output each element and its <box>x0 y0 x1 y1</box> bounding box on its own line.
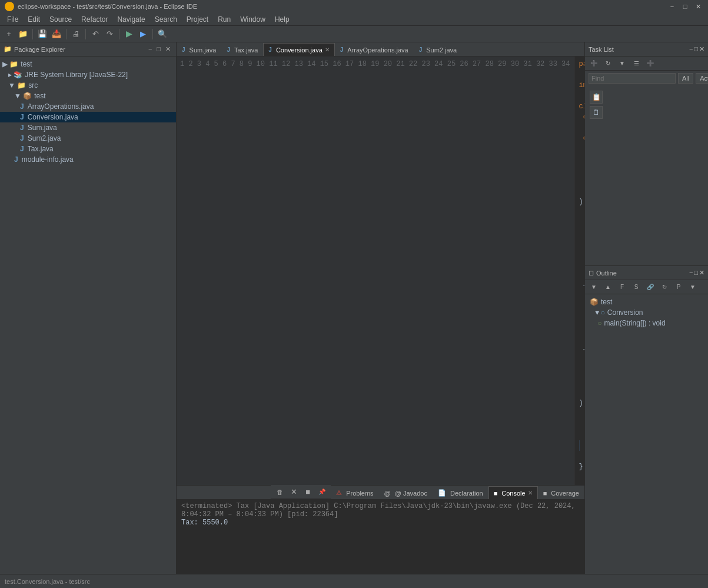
tl-new-task[interactable]: ➕ <box>587 57 600 70</box>
ol-sort[interactable]: ▲ <box>601 281 614 294</box>
tree-item-Sum-java[interactable]: JSum.java <box>0 122 176 133</box>
outline-item-main-String------void[interactable]: ○main(String[]) : void <box>587 318 706 328</box>
tree-item-label: JRE System Library [JavaSE-22] <box>25 71 128 79</box>
bottom-tab-Problems[interactable]: ⚠Problems <box>331 486 378 499</box>
editor-tab-ArrayOperations-java[interactable]: JArrayOperations.java <box>335 43 414 56</box>
toolbar-sep-4 <box>119 29 119 39</box>
java-file-icon: J <box>14 155 19 164</box>
bottom-tab-label: Declaration <box>450 490 483 497</box>
task-list-toolbar: ➕ ↻ ▼ ☰ ➕ <box>585 57 708 71</box>
tree-item-test[interactable]: ▼ 📦test <box>0 91 176 101</box>
run-button[interactable]: ▶ <box>122 28 135 41</box>
package-explorer-header: 📁 Package Explorer − □ ✕ <box>0 42 176 57</box>
outline-item-icon: ○ <box>597 319 601 327</box>
project-icon: ▶ 📁 <box>2 60 18 68</box>
app-icon <box>5 2 14 11</box>
outline-item-test[interactable]: 📦test <box>587 297 706 307</box>
menu-window[interactable]: Window <box>235 14 270 25</box>
bottom-tab-label: Coverage <box>551 490 579 497</box>
search-toolbar-button[interactable]: 🔍 <box>156 28 169 41</box>
bottom-tab-label: Console <box>501 490 525 497</box>
ol-sync[interactable]: ↻ <box>658 281 671 294</box>
tree-item-src[interactable]: ▼ 📁src <box>0 80 176 91</box>
editor-tabs: JSum.javaJTax.javaJConversion.java✕JArra… <box>177 42 584 57</box>
tree-item-ArrayOperations-java[interactable]: JArrayOperations.java <box>0 101 176 112</box>
tree-item-JRE-System-Library--JavaSE-22-[interactable]: ▸ 📚JRE System Library [JavaSE-22] <box>0 69 176 80</box>
close-console-tab-button[interactable]: ✕ <box>528 490 533 496</box>
editor-tab-Conversion-java[interactable]: JConversion.java✕ <box>263 43 334 56</box>
ol-link[interactable]: 🔗 <box>644 281 657 294</box>
tree-item-module-info-java[interactable]: Jmodule-info.java <box>0 154 176 165</box>
tree-item-label: module-info.java <box>22 155 74 164</box>
bottom-tab-Declaration[interactable]: 📄Declaration <box>433 486 488 499</box>
minimize-button[interactable]: − <box>667 1 677 12</box>
tl-filter[interactable]: ▼ <box>616 57 629 70</box>
maximize-button[interactable]: □ <box>680 1 690 12</box>
menu-navigate[interactable]: Navigate <box>112 14 149 25</box>
tl-refresh[interactable]: ↻ <box>601 57 614 70</box>
outline-item-label: main(String[]) : void <box>604 319 666 327</box>
ol-filter-static[interactable]: S <box>630 281 643 294</box>
pe-minimize-button[interactable]: − <box>147 45 154 54</box>
javadoc-icon: @ <box>384 490 391 497</box>
debug-button[interactable]: ▶ <box>137 28 149 41</box>
tl-maximize[interactable]: □ <box>694 45 698 53</box>
menu-edit[interactable]: Edit <box>23 14 45 25</box>
tl-minimize[interactable]: − <box>689 45 693 53</box>
new-button[interactable]: + <box>2 28 15 41</box>
find-all-button[interactable]: All <box>678 73 693 84</box>
outline-item-Conversion[interactable]: ▼ ○Conversion <box>587 307 706 318</box>
menu-project[interactable]: Project <box>182 14 213 25</box>
declaration-icon: 📄 <box>438 489 446 497</box>
pe-close-button[interactable]: ✕ <box>164 45 172 54</box>
task-icon-2[interactable]: 🗒 <box>590 106 603 119</box>
outline-toolbar: ▼ ▲ F S 🔗 ↻ P ▼ <box>585 280 708 294</box>
package-explorer-tree: ▶ 📁test ▸ 📚JRE System Library [JavaSE-22… <box>0 57 176 574</box>
close-console-button[interactable]: ✕ <box>287 486 300 499</box>
pin-console-button[interactable]: 📌 <box>315 486 328 499</box>
activate-button[interactable]: Activate... <box>696 73 708 84</box>
menu-search[interactable]: Search <box>150 14 182 25</box>
find-input[interactable] <box>589 73 676 84</box>
ol-minimize[interactable]: − <box>689 269 693 277</box>
toolbar-sep-1 <box>32 29 33 39</box>
main-area: 📁 Package Explorer − □ ✕ ▶ 📁test ▸ 📚JRE … <box>0 42 708 574</box>
editor-tab-Sum2-java[interactable]: JSum2.java <box>414 43 463 56</box>
ol-collapse-all[interactable]: ▼ <box>587 281 600 294</box>
ol-hide-non-public[interactable]: P <box>672 281 685 294</box>
tl-close[interactable]: ✕ <box>699 45 704 53</box>
task-icon-1[interactable]: 📋 <box>590 91 603 104</box>
tree-item-Tax-java[interactable]: JTax.java <box>0 144 176 154</box>
menu-run[interactable]: Run <box>213 14 235 25</box>
editor-tab-Sum-java[interactable]: JSum.java <box>177 43 221 56</box>
save-button[interactable]: 💾 <box>36 28 49 41</box>
ol-filter-fields[interactable]: F <box>616 281 629 294</box>
open-button[interactable]: 📁 <box>16 28 29 41</box>
code-editor[interactable]: package test; import java.util.Scanner; … <box>574 57 584 485</box>
menu-source[interactable]: Source <box>45 14 77 25</box>
tree-item-Conversion-java[interactable]: JConversion.java <box>0 112 176 122</box>
tl-columns[interactable]: ☰ <box>630 57 643 70</box>
tree-item-Sum2-java[interactable]: JSum2.java <box>0 133 176 144</box>
editor-tab-Tax-java[interactable]: JTax.java <box>221 43 263 56</box>
bottom-tab---Javadoc[interactable]: @@ Javadoc <box>379 486 433 499</box>
ol-maximize[interactable]: □ <box>694 269 698 277</box>
close-tab-button[interactable]: ✕ <box>325 46 330 53</box>
undo-button[interactable]: ↶ <box>89 28 102 41</box>
save-all-button[interactable]: 📥 <box>50 28 63 41</box>
pe-maximize-button[interactable]: □ <box>155 45 162 54</box>
print-button[interactable]: 🖨 <box>69 28 82 41</box>
console-stop-button[interactable]: ■ <box>301 486 314 499</box>
tl-collapse[interactable]: ➕ <box>644 57 657 70</box>
close-button[interactable]: ✕ <box>693 1 703 12</box>
redo-button[interactable]: ↷ <box>103 28 116 41</box>
ol-more[interactable]: ▼ <box>686 281 699 294</box>
menu-file[interactable]: File <box>2 14 23 25</box>
ol-close[interactable]: ✕ <box>699 269 704 277</box>
bottom-tab-Console[interactable]: ■Console ✕ <box>488 486 538 499</box>
bottom-tab-Coverage[interactable]: ■Coverage <box>538 486 584 499</box>
clear-console-button[interactable]: 🗑 <box>273 486 286 499</box>
menu-refactor[interactable]: Refactor <box>77 14 112 25</box>
tree-item-test[interactable]: ▶ 📁test <box>0 59 176 69</box>
menu-help[interactable]: Help <box>270 14 294 25</box>
